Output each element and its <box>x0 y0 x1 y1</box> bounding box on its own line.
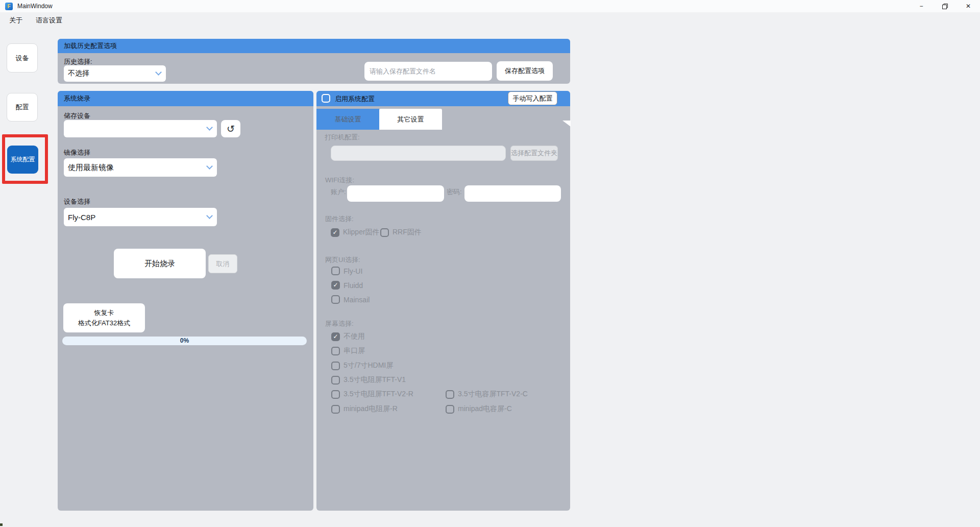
screen-option-minipad-r[interactable]: minipad电阻屏-R <box>331 404 398 414</box>
history-select-value: 不选择 <box>68 69 89 78</box>
screen-option-tft-v2-r[interactable]: 3.5寸电阻屏TFT-V2-R <box>331 390 413 399</box>
printer-config-input[interactable] <box>331 146 506 161</box>
save-config-button[interactable]: 保存配置选项 <box>497 61 553 81</box>
checkbox-label: Fluidd <box>344 281 363 290</box>
device-select-label: 设备选择 <box>64 197 90 206</box>
recovery-card-format-button[interactable]: 恢复卡 格式化FAT32格式 <box>63 303 145 332</box>
enable-system-config-label: 启用系统配置 <box>335 94 375 104</box>
checkbox-label: 不使用 <box>344 332 365 341</box>
wifi-password-input[interactable] <box>464 185 561 202</box>
refresh-icon: ↺ <box>227 124 235 134</box>
checkbox-label: Mainsail <box>344 296 370 304</box>
printer-config-label: 打印机配置: <box>325 133 360 142</box>
choose-config-folder-button[interactable]: 选择配置文件夹 <box>510 146 558 161</box>
checkbox[interactable] <box>331 267 340 275</box>
menu-about[interactable]: 关于 <box>5 14 27 27</box>
menu-language-settings[interactable]: 语言设置 <box>32 14 66 27</box>
checkbox[interactable] <box>331 362 340 370</box>
manual-write-config-button[interactable]: 手动写入配置 <box>508 91 557 105</box>
checkbox-label: 3.5寸电阻屏TFT-V2-R <box>344 390 413 399</box>
history-config-panel: 加载历史配置选项 历史选择: 不选择 保存配置选项 <box>58 39 570 84</box>
device-select-value: Fly-C8P <box>68 213 95 222</box>
firmware-option-rrf[interactable]: RRF固件 <box>380 228 422 237</box>
config-filename-input[interactable] <box>364 62 492 81</box>
webui-option-fluidd[interactable]: Fluidd <box>331 281 363 290</box>
checkbox-label: minipad电阻屏-R <box>344 404 398 414</box>
checkbox[interactable] <box>331 405 340 414</box>
window-controls: − ✕ <box>910 0 980 12</box>
chevron-down-icon <box>155 69 162 76</box>
sidebar-item-config[interactable]: 配置 <box>7 93 38 122</box>
image-select[interactable]: 使用最新镜像 <box>64 158 217 177</box>
checkbox[interactable] <box>331 376 340 385</box>
window-title: MainWindow <box>17 3 53 10</box>
device-select[interactable]: Fly-C8P <box>64 208 217 226</box>
webui-option-flyui[interactable]: Fly-UI <box>331 267 362 275</box>
wifi-password-label: 密码: <box>447 187 462 197</box>
app-logo-icon: F <box>5 3 13 10</box>
history-panel-header: 加载历史配置选项 <box>58 39 570 53</box>
checkbox[interactable] <box>331 390 340 399</box>
checkbox[interactable] <box>331 228 339 237</box>
restore-icon <box>942 4 948 9</box>
chevron-down-icon <box>206 163 213 170</box>
flash-progress-bar: 0% <box>62 337 307 345</box>
checkbox-label: minipad电容屏-C <box>458 404 512 414</box>
checkbox[interactable] <box>331 347 340 355</box>
checkbox[interactable] <box>446 390 454 399</box>
checkbox[interactable] <box>331 332 340 341</box>
minimize-button[interactable]: − <box>910 0 933 12</box>
enable-system-config-checkbox[interactable] <box>322 94 330 103</box>
corner-wedge-decoration <box>562 121 571 127</box>
history-select[interactable]: 不选择 <box>64 65 166 82</box>
tab-other-settings[interactable]: 其它设置 <box>379 109 442 130</box>
titlebar: F MainWindow − ✕ <box>0 0 980 12</box>
checkbox-label: 3.5寸电容屏TFT-V2-C <box>458 390 528 399</box>
webui-select-label: 网页UI选择: <box>325 255 360 265</box>
restore-button[interactable] <box>933 0 957 12</box>
chevron-down-icon <box>206 124 213 131</box>
tab-basic-settings[interactable]: 基础设置 <box>316 109 379 130</box>
checkbox-label: 5寸/7寸HDMI屏 <box>344 361 393 370</box>
webui-option-mainsail[interactable]: Mainsail <box>331 295 370 304</box>
checkbox[interactable] <box>380 228 389 237</box>
storage-device-select[interactable] <box>64 120 217 137</box>
checkbox[interactable] <box>446 405 454 414</box>
checkbox-label: Fly-UI <box>344 267 362 275</box>
sidebar-item-device[interactable]: 设备 <box>7 43 38 73</box>
start-flash-button[interactable]: 开始烧录 <box>114 249 206 278</box>
chevron-down-icon <box>206 212 213 219</box>
system-flash-panel: 系统烧录 储存设备 ↺ 镜像选择 使用最新镜像 设备选择 Fly-C8P 开始烧… <box>58 91 313 511</box>
corner-artifact <box>0 523 3 526</box>
recovery-line1: 恢复卡 <box>63 308 145 318</box>
screen-option-tft-v2-c[interactable]: 3.5寸电容屏TFT-V2-C <box>446 390 528 399</box>
wifi-account-input[interactable] <box>347 185 444 202</box>
checkbox-label: 3.5寸电阻屏TFT-V1 <box>344 375 406 385</box>
flash-panel-header: 系统烧录 <box>58 91 313 106</box>
recovery-line2: 格式化FAT32格式 <box>63 318 145 328</box>
storage-device-label: 储存设备 <box>64 111 90 121</box>
wifi-account-label: 账户: <box>331 187 346 197</box>
screen-option-serial[interactable]: 串口屏 <box>331 346 365 355</box>
close-button[interactable]: ✕ <box>957 0 980 12</box>
checkbox[interactable] <box>331 295 340 304</box>
screen-option-hdmi[interactable]: 5寸/7寸HDMI屏 <box>331 361 393 370</box>
wifi-label: WIFI连接: <box>325 176 354 185</box>
screen-option-minipad-c[interactable]: minipad电容屏-C <box>446 404 512 414</box>
sidebar-item-system-config[interactable]: 系统配置 <box>7 146 38 174</box>
firmware-select-label: 固件选择: <box>325 214 354 224</box>
checkbox[interactable] <box>331 281 340 290</box>
cancel-button[interactable]: 取消 <box>208 254 237 273</box>
image-select-value: 使用最新镜像 <box>68 163 114 173</box>
screen-select-label: 屏幕选择: <box>325 319 354 328</box>
checkbox-label: RRF固件 <box>393 228 422 237</box>
screen-option-none[interactable]: 不使用 <box>331 332 365 341</box>
screen-option-tft-v1[interactable]: 3.5寸电阻屏TFT-V1 <box>331 375 406 385</box>
checkbox-label: 串口屏 <box>344 346 365 355</box>
checkbox-label: Klipper固件 <box>343 228 380 237</box>
menubar: 关于 语言设置 <box>0 12 980 29</box>
system-config-panel: 启用系统配置 手动写入配置 基础设置 其它设置 打印机配置: 选择配置文件夹 W… <box>316 91 570 511</box>
image-select-label: 镜像选择 <box>64 148 90 157</box>
refresh-button[interactable]: ↺ <box>221 120 240 137</box>
firmware-option-klipper[interactable]: Klipper固件 <box>331 228 380 237</box>
